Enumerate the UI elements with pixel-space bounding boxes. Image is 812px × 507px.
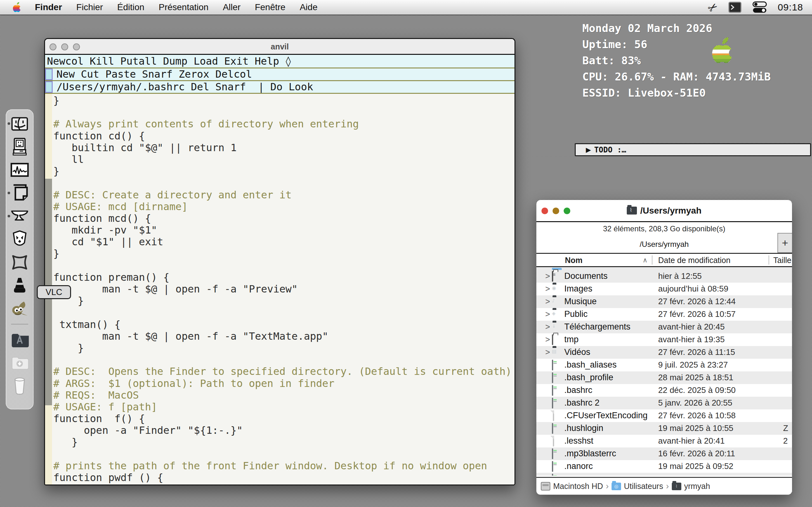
- vlc-dock-tooltip: VLC: [37, 285, 71, 299]
- code-line: # prints the path of the front Finder wi…: [53, 460, 514, 472]
- partial-row-bureau[interactable]: [537, 267, 792, 270]
- code-line: }: [53, 165, 514, 177]
- dark-folder-icon: [672, 483, 681, 490]
- file-row[interactable]: .Xresources5 janv. 2026 à 12:01: [537, 473, 792, 475]
- file-row[interactable]: .bashrc22 déc. 2025 à 09:50: [537, 384, 792, 397]
- menu-item-aide[interactable]: Aide: [300, 2, 317, 12]
- file-row[interactable]: >Public27 févr. 2026 à 10:57: [537, 308, 792, 321]
- anvil-titlebar[interactable]: anvil: [45, 39, 514, 55]
- file-name: .bash_profile: [564, 372, 613, 383]
- sort-ascending-icon[interactable]: ∧: [643, 254, 647, 267]
- disclosure-chevron-icon[interactable]: >: [545, 346, 550, 358]
- file-name: .nanorc: [564, 460, 593, 472]
- finder-dock-icon[interactable]: [10, 114, 30, 133]
- file-date: 9 juil. 2025 à 23:27: [658, 359, 728, 371]
- exec-file-icon: [552, 461, 553, 472]
- code-line: [53, 177, 514, 189]
- code-line: txtman() {: [53, 319, 514, 331]
- code-line: }: [53, 95, 514, 107]
- acme-column-tag[interactable]: New Cut Paste Snarf Zerox Delcol: [53, 68, 514, 80]
- file-row[interactable]: .bash_aliases9 juil. 2025 à 23:27: [537, 359, 792, 372]
- finder-window-title: /Users/yrmyah: [537, 200, 792, 221]
- code-line: ll: [53, 154, 514, 165]
- file-row[interactable]: .mp3blasterrc16 févr. 2026 à 20:11: [537, 447, 792, 460]
- file-row[interactable]: >Imagesaujourd’hui à 08:59: [537, 283, 792, 295]
- vlc-dock-icon[interactable]: [10, 276, 30, 295]
- column-header-size[interactable]: Taille: [773, 254, 792, 267]
- file-row[interactable]: >Documentshier à 12:55: [537, 270, 792, 283]
- finder-path-field[interactable]: /Users/yrmyah +: [537, 235, 792, 254]
- conky-line-4: ESSID: Livebox-51E0: [582, 85, 771, 101]
- menu-item-aller[interactable]: Aller: [223, 2, 241, 12]
- gimp-dock-icon[interactable]: [10, 299, 30, 319]
- frame-dock-icon[interactable]: [10, 252, 30, 272]
- downloads-folder-dock-icon[interactable]: [10, 353, 30, 373]
- disclosure-chevron-icon[interactable]: >: [545, 321, 550, 333]
- terminal-icon[interactable]: [728, 2, 742, 13]
- disclosure-chevron-icon[interactable]: >: [545, 283, 550, 295]
- add-button[interactable]: +: [777, 233, 792, 253]
- breadcrumb-item[interactable]: yrmyah: [672, 482, 710, 491]
- dock: [6, 109, 34, 409]
- anvil-dock-icon[interactable]: [10, 206, 30, 226]
- code-line: [53, 307, 514, 319]
- menu-item-presentation[interactable]: Présentation: [159, 2, 208, 12]
- breadcrumb-separator: ›: [606, 481, 609, 491]
- activity-monitor-dock-icon[interactable]: [10, 160, 30, 180]
- menu-item-finder[interactable]: Finder: [35, 2, 62, 12]
- running-indicator-anvil: [8, 215, 10, 217]
- toggles-icon[interactable]: [752, 1, 767, 13]
- code-line: function pwdf () {: [53, 472, 514, 484]
- file-row[interactable]: .nanorc19 mai 2025 à 09:52: [537, 460, 792, 473]
- scissors-icon[interactable]: ✂: [705, 0, 720, 15]
- finder-status-text: 32 éléments, 208,3 Go disponible(s): [537, 222, 792, 235]
- column-header-date[interactable]: Date de modification: [658, 254, 730, 267]
- file-row[interactable]: .lesshstavant-hier à 20:412: [537, 435, 792, 447]
- file-row[interactable]: .bashrc 25 janv. 2026 à 20:55: [537, 397, 792, 409]
- file-row[interactable]: >Vidéos27 févr. 2026 à 11:15: [537, 346, 792, 359]
- trash-dock-icon[interactable]: [10, 376, 30, 396]
- applications-folder-dock-icon[interactable]: [10, 330, 30, 349]
- exec-file-icon: [552, 474, 553, 475]
- acme-window-tag[interactable]: /Users/yrmyah/.bashrc Del Snarf | Do Loo…: [53, 81, 514, 93]
- file-name: Téléchargements: [564, 321, 630, 333]
- file-row[interactable]: >tmpavant-hier à 19:35: [537, 333, 792, 346]
- apple-menu-icon[interactable]: [12, 2, 21, 13]
- acme-window-drag-box[interactable]: [45, 81, 53, 93]
- column-header-name[interactable]: Nom: [565, 254, 583, 267]
- breadcrumb-item[interactable]: Macintosh HD: [541, 482, 603, 491]
- menu-item-fenetre[interactable]: Fenêtre: [255, 2, 286, 12]
- file-row[interactable]: >Musique27 févr. 2026 à 12:44: [537, 295, 792, 308]
- menu-item-edition[interactable]: Édition: [117, 2, 145, 12]
- acme-main-tag[interactable]: Newcol Kill Putall Dump Load Exit Help ◊: [45, 55, 514, 67]
- breadcrumb-item[interactable]: Utilisateurs: [612, 482, 663, 491]
- file-name: Documents: [564, 270, 608, 282]
- disclosure-chevron-icon[interactable]: >: [545, 295, 550, 307]
- brave-dock-icon[interactable]: [10, 229, 30, 249]
- conky-line-2: Batt: 83%: [582, 53, 771, 69]
- file-row[interactable]: .CFUserTextEncoding27 févr. 2026 à 10:58: [537, 409, 792, 422]
- menubar-clock[interactable]: 09:18: [778, 2, 803, 13]
- acme-column-drag-box[interactable]: [45, 68, 53, 80]
- classic-mac-dock-icon[interactable]: [10, 137, 30, 157]
- code-line: }: [53, 342, 514, 354]
- finder-column-header: Nom ∧ Date de modification Taille: [537, 254, 792, 267]
- exec-file-icon: [552, 423, 553, 434]
- file-row[interactable]: >Téléchargementsavant-hier à 20:45: [537, 321, 792, 333]
- file-name: .bashrc: [564, 384, 593, 396]
- bashrc-editor-body[interactable]: } # Always print contents of directory w…: [52, 94, 514, 485]
- disclosure-chevron-icon[interactable]: >: [545, 308, 550, 320]
- finder-titlebar[interactable]: /Users/yrmyah: [537, 200, 792, 222]
- file-size: Z: [783, 422, 788, 434]
- menu-item-fichier[interactable]: Fichier: [77, 2, 103, 12]
- disclosure-chevron-icon[interactable]: >: [545, 270, 550, 282]
- disclosure-chevron-icon[interactable]: >: [545, 333, 550, 345]
- file-row[interactable]: .bash_profile28 mai 2025 à 18:51: [537, 372, 792, 384]
- file-row[interactable]: .hushlogin19 mai 2025 à 10:55Z: [537, 422, 792, 435]
- todo-widget[interactable]: ▶ TODO :…: [575, 143, 811, 156]
- code-line: # USAGE: mcd [dirname]: [53, 201, 514, 213]
- stickies-dock-icon[interactable]: [10, 183, 30, 203]
- conky-line-0: Monday 02 March 2026: [582, 20, 771, 37]
- file-size: 2: [783, 435, 788, 447]
- breadcrumb-label: yrmyah: [684, 482, 710, 491]
